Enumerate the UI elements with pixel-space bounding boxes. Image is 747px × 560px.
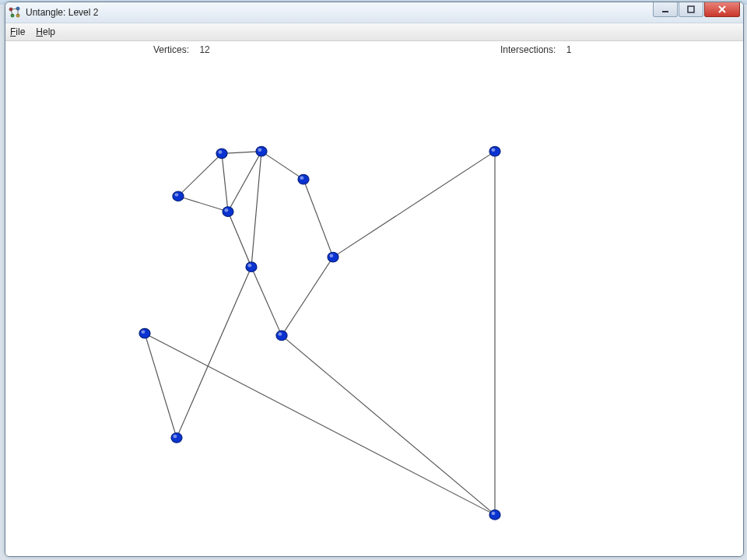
edge xyxy=(228,212,251,267)
vertex[interactable] xyxy=(223,207,233,217)
edge xyxy=(178,153,222,196)
edge xyxy=(251,152,261,268)
svg-point-26 xyxy=(278,332,282,335)
edge xyxy=(303,180,333,257)
edge xyxy=(228,152,261,212)
maximize-button[interactable] xyxy=(679,2,703,17)
edge xyxy=(145,334,495,515)
maximize-icon xyxy=(687,5,695,13)
edge xyxy=(333,152,495,257)
svg-point-19 xyxy=(223,207,233,217)
menu-help[interactable]: Help xyxy=(36,26,55,37)
svg-point-30 xyxy=(173,435,177,438)
svg-point-29 xyxy=(171,433,182,443)
vertex[interactable] xyxy=(276,331,287,341)
svg-rect-8 xyxy=(688,6,694,12)
vertices-label: Vertices: xyxy=(153,44,189,55)
svg-point-18 xyxy=(300,177,303,180)
intersections-value: 1 xyxy=(566,44,572,55)
vertex[interactable] xyxy=(298,174,309,184)
minimize-button[interactable] xyxy=(653,2,678,17)
titlebar[interactable]: Untangle: Level 2 xyxy=(5,2,743,23)
menubar: File Help xyxy=(5,23,743,41)
vertices-value: 12 xyxy=(199,44,209,55)
svg-point-20 xyxy=(224,208,228,212)
svg-point-33 xyxy=(489,510,500,520)
edge xyxy=(145,334,177,438)
svg-point-22 xyxy=(247,264,251,267)
svg-point-16 xyxy=(258,149,261,152)
vertex[interactable] xyxy=(171,433,182,443)
svg-point-28 xyxy=(141,331,145,334)
window-buttons xyxy=(653,2,740,17)
edge xyxy=(282,257,333,336)
vertex[interactable] xyxy=(489,510,500,520)
svg-point-34 xyxy=(491,512,495,515)
svg-point-13 xyxy=(216,149,227,159)
svg-point-11 xyxy=(173,191,184,201)
close-icon xyxy=(717,5,727,13)
svg-point-14 xyxy=(218,150,222,153)
edge xyxy=(177,267,251,438)
app-icon xyxy=(9,6,21,19)
svg-point-21 xyxy=(246,262,257,272)
intersections-label: Intersections: xyxy=(500,44,556,55)
vertex[interactable] xyxy=(173,191,184,201)
menu-file[interactable]: File xyxy=(10,26,25,37)
svg-point-23 xyxy=(328,252,338,262)
info-bar: Vertices: 12 Intersections: 1 xyxy=(5,41,743,59)
vertex[interactable] xyxy=(328,252,338,262)
graph-svg xyxy=(5,58,743,556)
close-button[interactable] xyxy=(704,2,740,17)
vertex[interactable] xyxy=(256,146,267,156)
window-title: Untangle: Level 2 xyxy=(26,7,98,18)
app-window: Untangle: Level 2 File Help xyxy=(5,2,744,557)
edge xyxy=(282,335,495,514)
svg-point-15 xyxy=(256,146,267,156)
vertex[interactable] xyxy=(216,149,227,159)
svg-point-25 xyxy=(276,331,287,341)
svg-point-24 xyxy=(329,254,333,257)
svg-rect-7 xyxy=(662,11,668,12)
svg-point-27 xyxy=(139,328,150,338)
svg-point-31 xyxy=(489,146,500,156)
edge xyxy=(222,152,261,154)
minimize-icon xyxy=(661,5,669,13)
vertex[interactable] xyxy=(489,146,500,156)
vertex[interactable] xyxy=(246,262,257,272)
edge xyxy=(222,153,228,212)
graph-canvas[interactable] xyxy=(5,58,743,556)
svg-point-12 xyxy=(174,193,178,196)
svg-point-17 xyxy=(298,174,309,184)
edge xyxy=(261,152,303,180)
edge xyxy=(251,267,282,335)
edge xyxy=(178,196,228,212)
svg-point-32 xyxy=(491,149,495,152)
vertex[interactable] xyxy=(139,328,150,338)
